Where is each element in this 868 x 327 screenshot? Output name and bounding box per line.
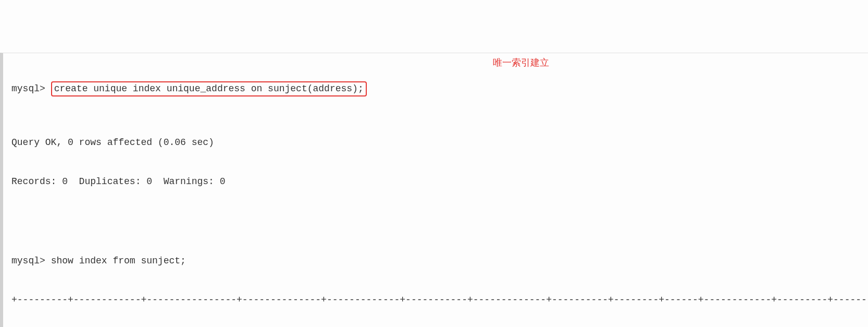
create-index-command: create unique index unique_address on su… xyxy=(51,81,367,96)
records-line: Records: 0 Duplicates: 0 Warnings: 0 xyxy=(11,175,868,188)
annotation-unique-index: 唯一索引建立 xyxy=(493,56,549,69)
blank-line xyxy=(11,215,868,228)
terminal-output: mysql> create unique index unique_addres… xyxy=(0,53,868,327)
cmd-create-line: mysql> create unique index unique_addres… xyxy=(11,81,868,96)
cmd-show-line: mysql> show index from sunject; xyxy=(11,255,868,268)
query-ok-line: Query OK, 0 rows affected (0.06 sec) xyxy=(11,136,868,149)
show-index-command: show index from sunject; xyxy=(51,256,186,266)
separator-top: +---------+------------+----------------… xyxy=(11,294,868,307)
prompt: mysql> xyxy=(11,83,45,94)
